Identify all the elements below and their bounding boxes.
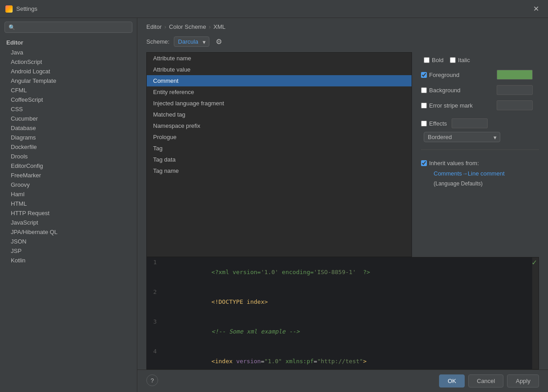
effects-checkbox-label[interactable]: Effects (421, 120, 447, 127)
scheme-select[interactable]: Darcula (174, 36, 209, 47)
sidebar-item[interactable]: JPA/Hibernate QL (0, 227, 137, 237)
effects-dropdown-wrapper[interactable]: Bordered Underscored Bold underscored St… (424, 132, 500, 142)
cancel-button[interactable]: Cancel (468, 374, 503, 387)
line-num-2: 2 (147, 287, 160, 317)
sidebar-item[interactable]: HTML (0, 199, 137, 208)
inherit-checkbox[interactable] (421, 160, 427, 166)
xml-item[interactable]: Tag name (147, 165, 412, 176)
breadcrumb-color-scheme: Color Scheme (169, 23, 206, 30)
foreground-checkbox-label[interactable]: Foreground (421, 72, 492, 78)
error-stripe-checkbox-label[interactable]: Error stripe mark (421, 102, 492, 109)
xml-item[interactable]: Injected language fragment (147, 98, 412, 109)
inherit-checkbox-label[interactable]: Inherit values from: (421, 160, 479, 167)
search-box[interactable]: 🔍 (5, 22, 132, 33)
sidebar-item[interactable]: Haml (0, 189, 137, 199)
error-stripe-checkbox[interactable] (421, 103, 427, 108)
sidebar-item[interactable]: Groovy (0, 180, 137, 189)
background-label: Background (429, 87, 492, 94)
title-bar: Settings ✕ (0, 0, 548, 18)
sidebar-item[interactable]: Kotlin (0, 256, 137, 265)
sidebar-list: JavaActionScriptAndroid LogcatAngular Te… (0, 48, 137, 392)
breadcrumb-xml: XML (213, 23, 226, 30)
code-content-2: <!DOCTYPE index> (160, 287, 268, 317)
bold-checkbox-label[interactable]: Bold (424, 57, 444, 63)
xml-item[interactable]: Comment (147, 75, 412, 86)
code-line-1: 1 <?xml version='1.0' encoding='ISO-8859… (147, 257, 539, 287)
code-content-1: <?xml version='1.0' encoding='ISO-8859-1… (160, 257, 370, 287)
code-line-2: 2 <!DOCTYPE index> (147, 287, 539, 317)
xml-item[interactable]: Namespace prefix (147, 120, 412, 131)
checkmark-icon: ✓ (532, 257, 537, 267)
inherit-sub-text: (Language Defaults) (434, 180, 539, 187)
inherit-row: Inherit values from: (421, 160, 539, 167)
foreground-row: Foreground (421, 69, 539, 81)
xml-items-panel: Attribute nameAttribute valueCommentEnti… (146, 52, 412, 257)
sidebar-item[interactable]: JSON (0, 237, 137, 246)
bold-checkbox[interactable] (424, 57, 430, 63)
sidebar-item[interactable]: Android Logcat (0, 67, 137, 76)
sidebar-item[interactable]: EditorConfig (0, 161, 137, 171)
inherit-link[interactable]: Comments→Line comment (434, 170, 505, 177)
sidebar-item[interactable]: Diagrams (0, 133, 137, 142)
italic-checkbox-label[interactable]: Italic (450, 57, 470, 63)
bottom-bar: ? OK Cancel Apply (137, 369, 548, 392)
scheme-gear-button[interactable]: ⚙ (214, 36, 224, 48)
preview-scrollbar: ✓ (532, 257, 539, 369)
sidebar-item[interactable]: Angular Template (0, 76, 137, 86)
window-title: Settings (16, 5, 530, 12)
sidebar: 🔍 Editor JavaActionScriptAndroid LogcatA… (0, 18, 137, 392)
inherit-link-row: Comments→Line comment (434, 170, 539, 177)
error-stripe-label: Error stripe mark (429, 102, 492, 109)
search-input[interactable] (17, 24, 128, 31)
sidebar-item[interactable]: FreeMarker (0, 171, 137, 180)
scheme-label: Scheme: (146, 38, 169, 45)
sidebar-item[interactable]: Database (0, 123, 137, 133)
foreground-checkbox[interactable] (421, 72, 427, 78)
preview-area: 1 <?xml version='1.0' encoding='ISO-8859… (146, 257, 539, 369)
scheme-select-wrapper[interactable]: Darcula (174, 36, 209, 47)
foreground-label: Foreground (429, 72, 492, 78)
apply-button[interactable]: Apply (507, 374, 539, 387)
sidebar-item[interactable]: JavaScript (0, 218, 137, 227)
settings-window: Settings ✕ 🔍 Editor JavaActionScriptAndr… (0, 0, 548, 392)
xml-item[interactable]: Matched tag (147, 109, 412, 120)
preview-panel: 1 <?xml version='1.0' encoding='ISO-8859… (146, 257, 539, 369)
background-color-box[interactable] (497, 85, 533, 95)
close-button[interactable]: ✕ (530, 3, 543, 15)
sidebar-item[interactable]: CSS (0, 104, 137, 114)
sidebar-item[interactable]: CoffeeScript (0, 95, 137, 104)
right-panel: Editor › Color Scheme › XML Scheme: Darc… (137, 18, 548, 392)
sidebar-item[interactable]: Dockerfile (0, 142, 137, 152)
xml-item[interactable]: Tag (147, 143, 412, 154)
error-stripe-color-box[interactable] (497, 100, 533, 110)
foreground-color-box[interactable] (497, 70, 533, 80)
sidebar-item[interactable]: Drools (0, 152, 137, 161)
effects-checkbox[interactable] (421, 121, 427, 126)
sidebar-item[interactable]: HTTP Request (0, 208, 137, 218)
main-content: 🔍 Editor JavaActionScriptAndroid LogcatA… (0, 18, 548, 392)
xml-item[interactable]: Attribute value (147, 64, 412, 75)
effects-color-box[interactable] (452, 118, 488, 128)
help-button[interactable]: ? (146, 374, 158, 386)
effects-dropdown[interactable]: Bordered Underscored Bold underscored St… (424, 132, 500, 142)
xml-item[interactable]: Attribute name (147, 53, 412, 64)
background-checkbox-label[interactable]: Background (421, 87, 492, 94)
scheme-row: Scheme: Darcula ⚙ (137, 34, 548, 52)
xml-item[interactable]: Prologue (147, 131, 412, 143)
sidebar-item[interactable]: ActionScript (0, 57, 137, 67)
ok-button[interactable]: OK (439, 374, 465, 387)
background-checkbox[interactable] (421, 87, 427, 93)
xml-item[interactable]: Tag data (147, 154, 412, 165)
breadcrumb: Editor › Color Scheme › XML (137, 18, 548, 34)
content-area: Attribute nameAttribute valueCommentEnti… (137, 52, 548, 257)
line-num-3: 3 (147, 317, 160, 347)
background-row: Background (421, 84, 539, 96)
sidebar-item[interactable]: Java (0, 48, 137, 57)
sidebar-item[interactable]: CFML (0, 86, 137, 95)
italic-label: Italic (458, 57, 470, 63)
sidebar-item[interactable]: Cucumber (0, 114, 137, 123)
xml-item[interactable]: Entity reference (147, 86, 412, 98)
italic-checkbox[interactable] (450, 57, 456, 63)
breadcrumb-sep-2: › (209, 23, 211, 30)
sidebar-item[interactable]: JSP (0, 246, 137, 256)
